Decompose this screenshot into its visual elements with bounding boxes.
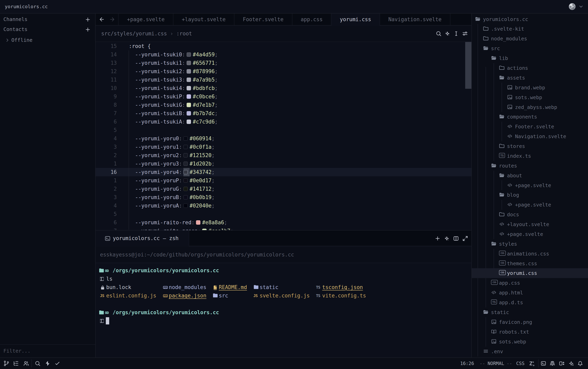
tree-item-zed_abyss.webp[interactable]: zed_abyss.webp xyxy=(472,102,588,112)
code-line[interactable]: 6 --yorumi-tsukiA:#c7c9d6; xyxy=(96,118,471,126)
tree-item-node_modules[interactable]: node_modules xyxy=(472,34,588,44)
tab-Navigation.svelte[interactable]: Navigation.svelte xyxy=(380,14,450,25)
color-swatch[interactable] xyxy=(185,109,193,118)
tree-item-Navigation.svelte[interactable]: Navigation.svelte xyxy=(472,132,588,141)
notifications-bell-icon[interactable] xyxy=(577,358,584,369)
code-line[interactable]: 12 --yorumi-tsuki2:#878996; xyxy=(96,67,471,76)
color-swatch[interactable] xyxy=(182,185,189,193)
code-line[interactable]: 7 --yorumi-raito-green:#cee1b7; xyxy=(96,227,471,230)
panels-icon[interactable] xyxy=(558,358,565,369)
tree-item-brand.webp[interactable]: brand.webp xyxy=(472,83,588,92)
add-contact-button[interactable] xyxy=(84,26,91,33)
color-swatch[interactable] xyxy=(185,76,193,84)
tree-item-lib[interactable]: lib xyxy=(472,53,588,63)
tree-item-index.ts[interactable]: TSindex.ts xyxy=(472,151,588,161)
code-line[interactable]: 16 --yorumi-yoru4:#343742; xyxy=(96,168,471,176)
split-pane-icon[interactable] xyxy=(453,236,459,241)
tree-item-assets[interactable]: assets xyxy=(472,73,588,83)
code-line[interactable]: 2 --yorumi-yoru2:#121520; xyxy=(96,151,471,160)
terminal-body[interactable]: ∞/orgs/yorumicolors/yorumicolors.cclsbun… xyxy=(96,263,471,358)
tree-item-blog[interactable]: blog xyxy=(472,190,588,200)
code-line[interactable]: 1 --yorumi-yoru3:#1d202b; xyxy=(96,160,471,168)
tree-item-.svelte-kit[interactable]: .svelte-kit xyxy=(472,24,588,34)
navigate-forward-button[interactable] xyxy=(109,16,115,22)
tree-item-sots.webp[interactable]: sots.webp xyxy=(472,337,588,347)
color-swatch[interactable] xyxy=(182,176,189,185)
tree-item-.env[interactable]: .env xyxy=(472,347,588,356)
code-line[interactable]: 5 xyxy=(96,126,471,134)
color-swatch[interactable] xyxy=(182,202,189,210)
code-line[interactable]: 1 --yorumi-yoruP:#0e0d17; xyxy=(96,176,471,185)
tree-item-favicon.png[interactable]: favicon.png xyxy=(472,317,588,327)
tree-item-+page.svelte[interactable]: +page.svelte xyxy=(472,200,588,210)
search-status-icon[interactable] xyxy=(34,358,41,369)
chevron-down-icon[interactable] xyxy=(578,4,584,9)
tree-item-animations.css[interactable]: CSSanimations.css xyxy=(472,249,588,259)
color-swatch[interactable] xyxy=(185,118,193,126)
vim-cursor-on-color-swatch[interactable] xyxy=(182,168,189,176)
tree-item-about[interactable]: about xyxy=(472,171,588,181)
color-swatch[interactable] xyxy=(182,134,189,143)
new-terminal-icon[interactable] xyxy=(435,236,441,241)
git-branch-icon[interactable] xyxy=(3,358,10,369)
add-channel-button[interactable] xyxy=(84,16,91,23)
code-line[interactable]: 11 --yorumi-tsuki3:#a7a9b5; xyxy=(96,76,471,84)
tab-app.css[interactable]: app.css xyxy=(292,14,332,25)
tree-item-themes.css[interactable]: CSSthemes.css xyxy=(472,259,588,268)
tree-item-styles[interactable]: styles xyxy=(472,239,588,249)
outline-panel-icon[interactable] xyxy=(12,358,20,369)
color-swatch[interactable] xyxy=(185,84,193,92)
project-name[interactable]: yorumicolors.cc xyxy=(5,0,48,13)
code-line[interactable]: 4 --yorumi-yoru0:#060914; xyxy=(96,134,471,143)
tree-item-actions[interactable]: actions xyxy=(472,63,588,73)
contacts-status-icon[interactable] xyxy=(23,358,30,369)
breadcrumb[interactable]: src/styles/yorumi.css › :root xyxy=(101,26,192,41)
collab-filter[interactable]: Filter... xyxy=(0,344,95,357)
code-line[interactable]: 5 xyxy=(96,210,471,218)
tree-item-components[interactable]: components xyxy=(472,112,588,122)
check-status-icon[interactable] xyxy=(54,358,61,369)
code-line[interactable]: 10 --yorumi-tsuki4:#bdbfcb; xyxy=(96,84,471,92)
terminal-tab[interactable]: yorumicolors.cc — zsh xyxy=(96,230,189,247)
tree-item-docs[interactable]: docs xyxy=(472,210,588,219)
tree-item-routes[interactable]: routes xyxy=(472,161,588,171)
tree-item-yorumi.css[interactable]: CSSyorumi.css xyxy=(472,268,588,278)
code-line[interactable]: 8 --yorumi-tsukiG:#d7e1b7; xyxy=(96,101,471,109)
tree-item-src[interactable]: src xyxy=(472,44,588,53)
tab-Footer.svelte[interactable]: Footer.svelte xyxy=(234,14,292,25)
terminal-assist-icon[interactable] xyxy=(444,236,450,241)
code-line[interactable]: 3 --yorumi-yoruB:#0b0b19; xyxy=(96,193,471,202)
language-selector[interactable]: CSS xyxy=(516,358,525,369)
color-swatch[interactable] xyxy=(185,101,193,109)
code-line[interactable]: 4 --yorumi-yoruA:#02040e; xyxy=(96,202,471,210)
diagnostics-icon[interactable] xyxy=(44,358,51,369)
tree-item-stores[interactable]: stores xyxy=(472,141,588,151)
tab-+page.svelte[interactable]: +page.svelte xyxy=(119,14,173,25)
tree-item-+layout.svelte[interactable]: +layout.svelte xyxy=(472,219,588,229)
navigate-back-button[interactable] xyxy=(99,16,105,22)
search-icon[interactable] xyxy=(436,31,441,37)
tab-+layout.svelte[interactable]: +layout.svelte xyxy=(173,14,234,25)
code-line[interactable]: 7 --yorumi-tsukiB:#b7b7dc; xyxy=(96,109,471,118)
tree-item-app.css[interactable]: CSSapp.css xyxy=(472,278,588,288)
code-line[interactable]: 9 --yorumi-tsukiP:#c0bce6; xyxy=(96,92,471,101)
edit-prediction-icon[interactable] xyxy=(528,358,536,369)
color-swatch[interactable] xyxy=(182,160,189,168)
tree-item-robots.txt[interactable]: robots.txt xyxy=(472,327,588,337)
editor-settings-icon[interactable] xyxy=(462,31,468,37)
color-swatch[interactable] xyxy=(182,151,189,160)
user-avatar[interactable] xyxy=(569,3,576,10)
tree-item-sots.webp[interactable]: sots.webp xyxy=(472,92,588,102)
code-line[interactable]: 2 --yorumi-yoruG:#141712; xyxy=(96,185,471,193)
ibeam-cursor-icon[interactable] xyxy=(453,31,459,37)
code-line[interactable]: 3 --yorumi-yoru1:#0c0f1a; xyxy=(96,143,471,151)
code-editor[interactable]: 15:root {14 --yorumi-tsuki0:#4a4d59;13 -… xyxy=(96,42,471,230)
tab-yorumi.css[interactable]: yorumi.css xyxy=(331,14,380,26)
tree-item-yorumicolors.cc[interactable]: yorumicolors.cc xyxy=(472,14,588,24)
code-line[interactable]: 13 --yorumi-tsuki1:#656771; xyxy=(96,59,471,67)
code-line[interactable]: 6 --yorumi-raito-red:#e8a8a6; xyxy=(96,218,471,227)
color-swatch[interactable] xyxy=(185,67,193,76)
offline-group[interactable]: Offline xyxy=(0,36,95,45)
color-swatch[interactable] xyxy=(182,143,189,151)
inline-assist-icon[interactable] xyxy=(444,31,450,37)
